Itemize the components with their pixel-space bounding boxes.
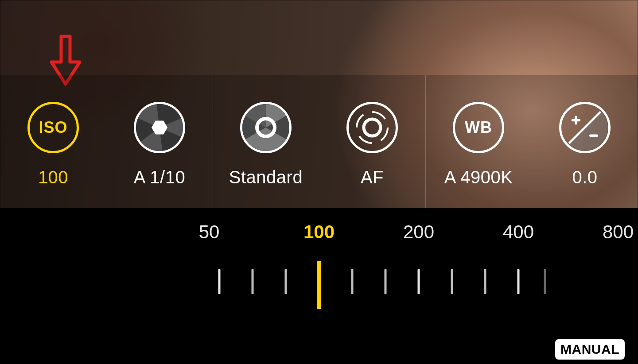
iso-scale-label[interactable]: 200 [403, 221, 434, 243]
iso-scale-labels: 50 100 200 400 800 [0, 221, 638, 248]
metering-control[interactable]: Standard [213, 75, 319, 208]
whitebalance-value: A 4900K [444, 167, 513, 187]
focus-control[interactable]: AF [319, 75, 425, 208]
iso-value: 100 [38, 167, 68, 187]
tick [484, 269, 486, 294]
iso-icon-label: ISO [39, 118, 67, 137]
exposure-icon [559, 102, 611, 153]
shutter-value: A 1/10 [134, 167, 185, 187]
tick [252, 269, 254, 294]
wb-icon-label: WB [465, 118, 492, 137]
exposure-value: 0.0 [572, 167, 597, 187]
iso-scale-label[interactable]: 50 [199, 221, 220, 243]
tick [285, 269, 287, 294]
whitebalance-control[interactable]: WB A 4900K [425, 75, 532, 208]
iso-scale-label[interactable]: 100 [303, 221, 335, 243]
svg-point-5 [357, 112, 388, 143]
metering-icon [240, 102, 292, 153]
svg-point-6 [364, 119, 381, 136]
iso-slider-panel: 50 100 200 400 800 MANUAL [0, 208, 638, 364]
iso-scale-label[interactable]: 400 [503, 221, 534, 243]
iso-control[interactable]: ISO 100 [0, 75, 106, 208]
divider [425, 75, 426, 208]
aperture-icon [134, 102, 185, 153]
tick [218, 269, 221, 294]
iso-icon: ISO [27, 102, 79, 153]
tick-current [317, 261, 321, 309]
divider [213, 75, 213, 208]
iso-slider-ticks[interactable] [0, 261, 638, 301]
exposure-control[interactable]: 0.0 [532, 75, 638, 208]
focus-value: AF [361, 167, 384, 187]
manual-button[interactable]: MANUAL [555, 339, 625, 360]
tick [418, 269, 420, 294]
tick [385, 269, 387, 294]
iso-scale-label[interactable]: 800 [603, 221, 634, 243]
whitebalance-icon: WB [453, 102, 504, 153]
focus-icon [346, 102, 398, 153]
tick [351, 269, 354, 294]
tick [451, 269, 453, 294]
shutter-control[interactable]: A 1/10 [106, 75, 213, 208]
tick [517, 269, 520, 294]
tick [544, 269, 546, 294]
pro-controls-strip: ISO 100 [0, 75, 638, 208]
metering-value: Standard [229, 167, 303, 187]
